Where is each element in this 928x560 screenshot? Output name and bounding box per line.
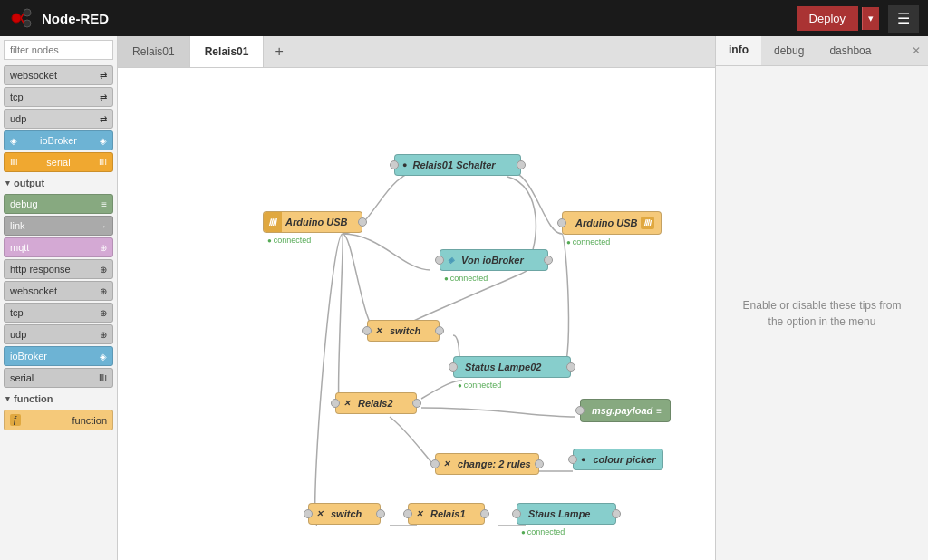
port-left (390, 160, 399, 169)
menu-button[interactable]: ☰ (888, 5, 919, 33)
node-arduino-usb-out[interactable]: Arduino USB ⅢI connected (562, 211, 662, 235)
right-panel-content: Enable or disable these tips from the op… (716, 66, 928, 560)
port-left (512, 509, 521, 518)
output-label: output (14, 178, 44, 188)
sidebar-section-output[interactable]: ▾ output (0, 174, 117, 192)
canvas-area: Relais01 Relais01 + (118, 36, 715, 560)
sidebar-node-iobroker-out[interactable]: ioBroker ◈ (4, 346, 113, 366)
svg-point-0 (12, 14, 21, 23)
sidebar: websocket ⇄ tcp ⇄ udp ⇄ ◈ ioBroker ◈ ⅢI … (0, 36, 118, 560)
node-status-lampe02[interactable]: Status Lampe02 connected (453, 356, 571, 378)
node-change-2-rules[interactable]: ✕ change: 2 rules (435, 453, 539, 475)
topbar: Node-RED Deploy ▾ ☰ (0, 0, 928, 36)
right-tab-info[interactable]: info (716, 36, 761, 65)
connected-label: connected (267, 236, 311, 245)
svg-line-3 (21, 14, 24, 18)
logo-icon (9, 5, 34, 31)
port-left (568, 455, 577, 464)
sidebar-node-tcp[interactable]: tcp ⇄ (4, 87, 113, 107)
add-tab-button[interactable]: + (264, 36, 294, 67)
port-right (376, 509, 385, 518)
svg-point-1 (24, 9, 31, 16)
port-right (480, 509, 489, 518)
port-right (517, 160, 526, 169)
sidebar-node-link[interactable]: link → (4, 216, 113, 236)
right-panel-close[interactable]: ✕ (904, 41, 928, 61)
sidebar-node-serial-out[interactable]: serial ⅢI (4, 368, 113, 388)
sidebar-node-function[interactable]: ƒ function (4, 410, 113, 430)
node-arduino-usb-in[interactable]: ⅢI Arduino USB connected (263, 211, 362, 233)
port-left (362, 326, 372, 335)
right-panel-tabs: info debug dashboa ✕ (716, 36, 928, 66)
right-panel: info debug dashboa ✕ Enable or disable t… (715, 36, 928, 560)
app-title: Node-RED (42, 11, 109, 26)
node-relais2[interactable]: ✕ Relais2 (335, 392, 417, 414)
node-colour-picker[interactable]: ● colour picker (573, 449, 663, 470)
port-right (435, 326, 444, 335)
sidebar-node-http-response[interactable]: http response ⊕ (4, 259, 113, 279)
node-relais1[interactable]: ✕ Relais1 (408, 503, 485, 525)
connected-label-4: connected (458, 381, 501, 390)
port-right (566, 362, 575, 372)
right-tab-debug[interactable]: debug (761, 37, 817, 64)
sidebar-node-iobroker-in[interactable]: ◈ ioBroker ◈ (4, 130, 113, 150)
right-controls: Deploy ▾ ☰ (797, 5, 919, 33)
port-left (304, 509, 313, 518)
deploy-dropdown-button[interactable]: ▾ (862, 7, 879, 30)
node-msg-payload[interactable]: msg.payload ≡ (580, 399, 671, 422)
function-chevron: ▾ (5, 394, 10, 403)
sidebar-node-serial-in[interactable]: ⅢI serial ⅢI (4, 152, 113, 172)
node-switch2[interactable]: ✕ switch (308, 503, 381, 525)
port-left (557, 218, 566, 227)
node-relais01-schalter[interactable]: ● Relais01 Schalter (394, 154, 521, 176)
info-tip-text: Enable or disable these tips from the op… (734, 297, 910, 330)
connected-label-2: connected (566, 237, 610, 246)
tab-relais01-1[interactable]: Relais01 (118, 36, 190, 67)
function-label: function (14, 393, 53, 404)
port-left (430, 459, 440, 468)
port-left (435, 256, 444, 265)
sidebar-section-function[interactable]: ▾ function (0, 390, 117, 408)
flow-wires (118, 68, 715, 560)
port-right (358, 217, 367, 227)
tab-bar: Relais01 Relais01 + (118, 36, 715, 68)
sidebar-node-websocket-out[interactable]: websocket ⊕ (4, 281, 113, 301)
node-icon-stripe: ⅢI (264, 212, 282, 232)
sidebar-node-udp-out[interactable]: udp ⊕ (4, 324, 113, 344)
port-left (331, 399, 340, 408)
tab-relais01-2[interactable]: Relais01 (190, 36, 265, 67)
node-staus-lampe[interactable]: Staus Lampe connected (517, 503, 616, 525)
port-left (575, 406, 585, 415)
port-right (535, 459, 544, 468)
svg-point-2 (24, 20, 31, 27)
node-von-iobroker[interactable]: ◈ Von ioBroker connected (440, 249, 548, 271)
connected-label-3: connected (444, 274, 488, 283)
port-left (449, 362, 458, 372)
port-right (412, 399, 421, 408)
connected-label-5: connected (521, 527, 565, 536)
flow-canvas[interactable]: ● Relais01 Schalter ⅢI Arduino USB conne… (118, 68, 715, 560)
port-left (403, 509, 412, 518)
node-switch1[interactable]: ✕ switch (367, 320, 440, 342)
port-right (612, 509, 621, 518)
svg-line-4 (21, 18, 24, 23)
filter-nodes-input[interactable] (4, 40, 113, 60)
main-layout: websocket ⇄ tcp ⇄ udp ⇄ ◈ ioBroker ◈ ⅢI … (0, 36, 928, 560)
sidebar-node-mqtt[interactable]: mqtt ⊕ (4, 237, 113, 257)
sidebar-node-debug[interactable]: debug ≡ (4, 194, 113, 214)
output-chevron: ▾ (5, 179, 10, 188)
deploy-button[interactable]: Deploy (797, 6, 858, 31)
sidebar-node-udp[interactable]: udp ⇄ (4, 109, 113, 129)
sidebar-node-websocket[interactable]: websocket ⇄ (4, 65, 113, 85)
sidebar-node-tcp-out[interactable]: tcp ⊕ (4, 303, 113, 323)
logo: Node-RED (9, 5, 109, 31)
port-right (544, 256, 553, 265)
right-tab-dashboard[interactable]: dashboa (817, 37, 884, 64)
